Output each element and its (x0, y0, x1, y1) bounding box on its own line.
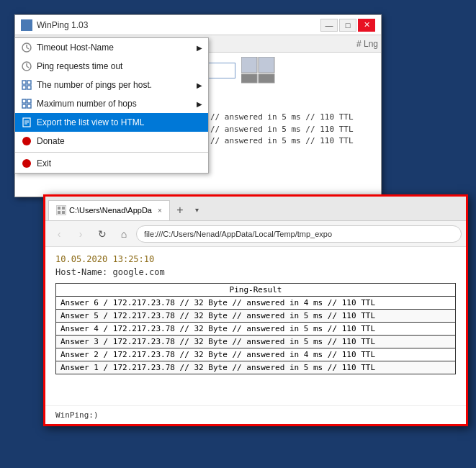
new-tab-button[interactable]: + (171, 202, 189, 219)
home-button[interactable]: ⌂ (114, 225, 133, 243)
menu-pings-per-host[interactable]: The number of pings per host. ▶ (15, 76, 208, 94)
menu-donate[interactable]: Donate (15, 132, 208, 150)
svg-rect-20 (22, 104, 26, 108)
ping-row-5: Answer 2 / 172.217.23.78 // 32 Byte // a… (56, 348, 456, 361)
ping-timeout-label: Ping requests time out (37, 61, 122, 71)
svg-rect-0 (22, 21, 26, 24)
ping-row-2: Answer 5 / 172.217.23.78 // 32 Byte // a… (56, 310, 456, 323)
browser-window: C:\Users\Nenad\AppDa × + ▾ ‹ › ↻ ⌂ 10.05… (43, 194, 468, 426)
submenu-arrow-0: ▶ (197, 44, 202, 52)
tab-list-dropdown[interactable]: ▾ (190, 202, 205, 219)
svg-point-27 (22, 159, 31, 168)
settings-dropdown: Timeout Host-Name ▶ Ping requests time o… (14, 37, 209, 174)
menu-exit[interactable]: Exit (15, 154, 208, 173)
svg-rect-2 (22, 26, 26, 30)
minimize-button[interactable]: — (320, 19, 338, 32)
maximize-button[interactable]: □ (339, 19, 356, 32)
forward-button[interactable]: › (71, 225, 90, 243)
export-html-label: Export the list view to HTML (37, 117, 144, 127)
svg-rect-5 (259, 57, 274, 73)
timeout-icon (21, 42, 32, 53)
donate-icon (21, 135, 32, 147)
browser-content: 10.05.2020 13:25:10 Host-Name: google.co… (45, 247, 466, 405)
hops-icon (21, 98, 32, 109)
tab-close-button[interactable]: × (158, 207, 162, 215)
menu-max-hops[interactable]: Maximum number of hops ▶ (15, 94, 208, 113)
ping-row-6: Answer 1 / 172.217.23.78 // 32 Byte // a… (56, 361, 456, 374)
language-label: # Lng (356, 39, 378, 49)
export-timestamp: 10.05.2020 13:25:10 (55, 254, 456, 264)
svg-rect-19 (27, 99, 31, 103)
active-tab[interactable]: C:\Users\Nenad\AppDa × (48, 200, 170, 220)
exit-label: Exit (37, 158, 51, 168)
ping-table: Ping-Result Answer 6 / 172.217.23.78 // … (55, 283, 456, 374)
ping-row-1: Answer 6 / 172.217.23.78 // 32 Byte // a… (56, 297, 456, 310)
pings-per-host-label: The number of pings per host. (37, 80, 152, 90)
close-button[interactable]: ✕ (358, 19, 375, 32)
title-bar: WinPing 1.03 — □ ✕ (15, 15, 381, 35)
app-icon (21, 19, 32, 31)
svg-point-26 (22, 137, 31, 145)
ping-result-header: Ping-Result (56, 284, 456, 297)
svg-rect-15 (27, 81, 31, 84)
menu-timeout-hostname[interactable]: Timeout Host-Name ▶ (15, 38, 208, 57)
refresh-button[interactable]: ↻ (93, 225, 112, 243)
menu-export-html[interactable]: Export the list view to HTML (15, 113, 208, 132)
svg-rect-21 (27, 104, 31, 108)
svg-rect-17 (27, 86, 31, 89)
pings-icon (21, 79, 32, 91)
ping-row-3: Answer 4 / 172.217.23.78 // 32 Byte // a… (56, 323, 456, 336)
grid-icon (241, 57, 276, 84)
svg-rect-28 (58, 207, 60, 210)
window-title: WinPing 1.03 (37, 20, 88, 30)
svg-rect-6 (241, 74, 257, 83)
title-bar-controls: — □ ✕ (320, 19, 375, 32)
export-icon (21, 117, 32, 128)
svg-rect-14 (22, 81, 26, 84)
menu-ping-timeout[interactable]: Ping requests time out (15, 57, 208, 76)
exit-icon (21, 158, 32, 169)
tab-favicon (56, 205, 66, 215)
browser-tabs: C:\Users\Nenad\AppDa × + ▾ (45, 197, 466, 221)
svg-rect-7 (259, 74, 274, 83)
browser-footer: WinPing:) (45, 405, 466, 424)
submenu-arrow-2: ▶ (197, 81, 202, 89)
export-hostname: Host-Name: google.com (55, 267, 456, 277)
title-bar-left: WinPing 1.03 (21, 19, 88, 31)
svg-rect-4 (241, 57, 257, 73)
svg-rect-3 (27, 26, 31, 30)
timeout-hostname-label: Timeout Host-Name (37, 42, 114, 53)
url-bar[interactable] (136, 225, 462, 243)
svg-line-13 (27, 66, 29, 68)
tab-label: C:\Users\Nenad\AppDa (69, 206, 152, 215)
svg-line-10 (27, 48, 29, 49)
svg-rect-1 (27, 21, 31, 24)
svg-rect-18 (22, 99, 26, 103)
ping-row-4: Answer 3 / 172.217.23.78 // 32 Byte // a… (56, 336, 456, 348)
browser-nav: ‹ › ↻ ⌂ (45, 221, 466, 247)
svg-rect-16 (22, 86, 26, 89)
back-button[interactable]: ‹ (50, 225, 68, 243)
submenu-arrow-3: ▶ (197, 100, 202, 108)
max-hops-label: Maximum number of hops (37, 99, 137, 109)
svg-rect-29 (62, 207, 65, 210)
svg-rect-31 (62, 211, 65, 214)
menu-separator (15, 152, 208, 153)
ping-timeout-icon (21, 60, 32, 72)
svg-rect-30 (58, 211, 60, 214)
donate-label: Donate (37, 136, 65, 146)
